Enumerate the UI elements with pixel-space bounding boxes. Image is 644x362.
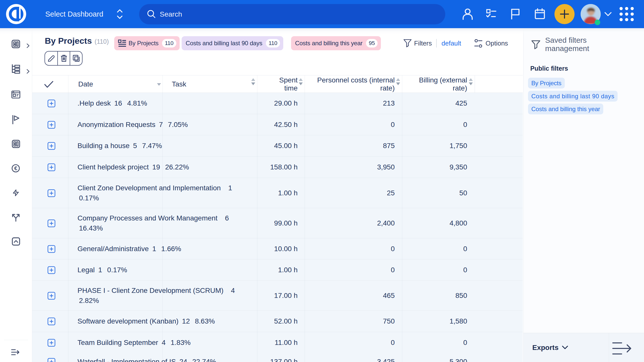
svg-text:€: € bbox=[14, 165, 17, 171]
